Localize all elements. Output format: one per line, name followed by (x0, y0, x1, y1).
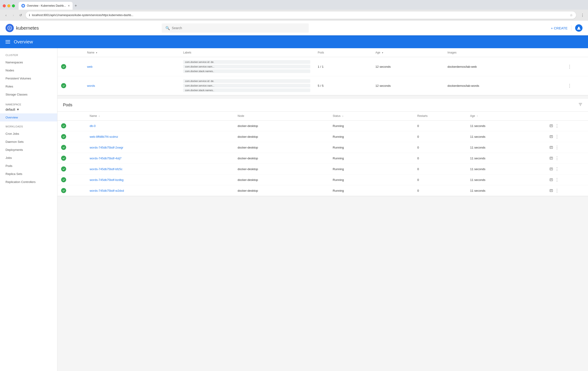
sidebar-item-daemon-sets[interactable]: Daemon Sets (0, 138, 57, 146)
svg-rect-7 (550, 168, 553, 170)
back-button[interactable]: ‹ (3, 12, 9, 18)
pod-status-cell-0 (57, 121, 86, 131)
sidebar-item-jobs[interactable]: Jobs (0, 154, 57, 162)
pod-age-cell-4: 11 seconds (466, 164, 546, 175)
hamburger-menu[interactable] (6, 40, 10, 43)
url-bar[interactable]: ℹ localhost:8001/api/v1/namespaces/kube-… (26, 11, 576, 19)
sidebar-item-persistent-volumes[interactable]: Persistent Volumes (0, 74, 57, 82)
reload-button[interactable]: ↺ (17, 12, 24, 18)
sidebar-item-replica-sets[interactable]: Replica Sets (0, 170, 57, 178)
words-pods-cell: 5 / 5 (314, 76, 372, 95)
pod-node-cell-6: docker-desktop (234, 185, 329, 196)
pods-col-status[interactable]: Status ↕ (329, 112, 414, 121)
services-table-section: Name ▾ Labels Pods Age ▾ (57, 48, 588, 95)
services-col-name[interactable]: Name ▾ (83, 48, 179, 57)
pod-logs-icon-6[interactable] (549, 189, 553, 192)
web-link[interactable]: web (87, 65, 93, 68)
pod-more-icon-0[interactable]: ⋮ (555, 123, 559, 128)
extensions-icon[interactable]: ⋮ (580, 12, 585, 18)
pod-status-text-cell-5: Running (329, 175, 414, 185)
pod-status-text-cell-1: Running (329, 131, 414, 142)
pod-status-cell-2 (57, 142, 86, 153)
web-more-icon[interactable]: ⋮ (567, 64, 572, 69)
web-age-cell: 12 seconds (372, 57, 444, 76)
sidebar-item-cron-jobs[interactable]: Cron Jobs (0, 130, 57, 138)
pod-restarts-cell-2: 0 (414, 142, 466, 153)
sidebar-item-storage-classes[interactable]: Storage Classes (0, 91, 57, 99)
traffic-light-green[interactable] (12, 4, 15, 7)
pod-link-1[interactable]: web-8ffd8b7f4-scdmz (90, 135, 118, 138)
sidebar-item-nodes[interactable]: Nodes (0, 66, 57, 74)
user-avatar[interactable] (575, 24, 582, 32)
pod-logs-icon-4[interactable] (549, 167, 553, 171)
service-row-web: web com.docker.service.id: de. com.docke… (57, 57, 588, 76)
new-tab-button[interactable]: + (73, 2, 79, 9)
pod-node-cell-2: docker-desktop (234, 142, 329, 153)
sidebar-item-namespaces[interactable]: Namespaces (0, 58, 57, 66)
kubernetes-logo-text: kubernetes (16, 25, 39, 31)
name-sort-arrow: ▾ (96, 52, 97, 54)
pod-link-4[interactable]: words-745db75bdf-bfz5c (90, 167, 122, 171)
pods-col-name[interactable]: Name ↕ (86, 112, 234, 121)
workloads-section: Workloads Cron Jobs Daemon Sets Deployme… (0, 123, 57, 186)
pod-name-cell-1: web-8ffd8b7f4-scdmz (86, 131, 234, 142)
pod-more-icon-3[interactable]: ⋮ (555, 156, 559, 161)
pod-status-cell-6 (57, 185, 86, 196)
sidebar-item-replication-controllers[interactable]: Replication Controllers (0, 178, 57, 186)
create-button[interactable]: + CREATE (551, 26, 567, 30)
overview-bar: Overview (0, 35, 588, 48)
web-actions-cell: ⋮ (564, 57, 588, 76)
namespace-selector[interactable]: default ▾ (6, 107, 52, 112)
pod-node-cell-5: docker-desktop (234, 175, 329, 185)
search-input[interactable] (172, 26, 305, 30)
pod-more-icon-2[interactable]: ⋮ (555, 145, 559, 150)
pod-age-cell-5: 11 seconds (466, 175, 546, 185)
pod-link-5[interactable]: words-745db75bdf-bzdbg (90, 178, 123, 182)
toolbar-icons: ⋮ (580, 12, 585, 18)
pod-status-icon-1 (61, 134, 66, 139)
pod-name-cell-5: words-745db75bdf-bzdbg (86, 175, 234, 185)
traffic-light-red[interactable] (3, 4, 6, 7)
pod-actions-cell-3: ⋮ (546, 153, 588, 164)
pod-status-text-cell-6: Running (329, 185, 414, 196)
web-label-1: com.docker.service.id: de. (183, 60, 310, 64)
sidebar-item-pods[interactable]: Pods (0, 162, 57, 170)
sidebar-item-roles[interactable]: Roles (0, 82, 57, 91)
web-labels-cell: com.docker.service.id: de. com.docker.se… (179, 57, 314, 76)
pods-filter-icon[interactable] (578, 103, 582, 108)
sidebar-item-deployments[interactable]: Deployments (0, 146, 57, 154)
forward-button[interactable]: › (10, 12, 17, 18)
web-label-2: com.docker.service.nam... (183, 65, 310, 68)
pod-restarts-cell-4: 0 (414, 164, 466, 175)
words-link[interactable]: words (87, 84, 95, 87)
pods-name-sort-arrow: ↕ (99, 115, 100, 117)
words-more-icon[interactable]: ⋮ (567, 83, 572, 88)
pod-logs-icon-3[interactable] (549, 156, 553, 160)
services-col-age[interactable]: Age ▾ (372, 48, 444, 57)
namespace-value: default (6, 108, 15, 111)
chrome-tab-active[interactable]: Overview - Kubernetes Dashb... ✕ (19, 2, 73, 10)
pod-logs-icon-2[interactable] (549, 145, 553, 149)
pod-more-icon-5[interactable]: ⋮ (555, 177, 559, 182)
pod-link-3[interactable]: words-745db75bdf-4slj7 (90, 156, 122, 160)
pods-col-age[interactable]: Age ↑ (466, 112, 546, 121)
search-bar[interactable]: 🔍 (162, 23, 309, 33)
words-label-3: com.docker.stack.names.. (183, 88, 310, 92)
traffic-light-yellow[interactable] (7, 4, 10, 7)
pod-more-icon-4[interactable]: ⋮ (555, 166, 559, 172)
pod-link-2[interactable]: words-745db75bdf-2xwgr (90, 146, 123, 149)
age-sort-arrow: ▾ (382, 52, 383, 54)
pod-logs-icon-1[interactable] (549, 135, 553, 138)
web-label-3: com.docker.stack.names.. (183, 69, 310, 73)
pod-more-icon-6[interactable]: ⋮ (555, 188, 559, 193)
pod-logs-icon-0[interactable] (549, 124, 553, 128)
pod-link-6[interactable]: words-745db75bdf-w2dxd (90, 189, 124, 192)
pod-link-0[interactable]: db-0 (90, 124, 95, 128)
pod-more-icon-1[interactable]: ⋮ (555, 134, 559, 139)
pod-status-cell-5 (57, 175, 86, 185)
pod-logs-icon-5[interactable] (549, 178, 553, 182)
tab-close-button[interactable]: ✕ (68, 4, 70, 7)
pod-status-icon-5 (61, 177, 66, 182)
sidebar-item-overview[interactable]: Overview (0, 113, 57, 122)
bookmark-icon[interactable]: ☆ (570, 13, 573, 17)
